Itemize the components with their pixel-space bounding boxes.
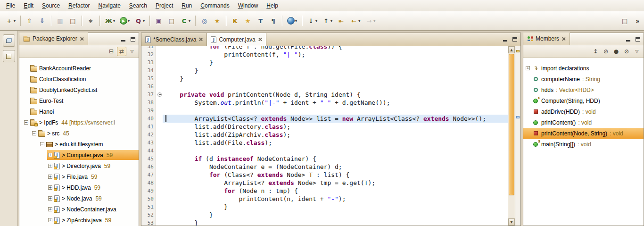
line-number[interactable]: 51 xyxy=(141,203,156,211)
code-line[interactable]: 39 xyxy=(141,107,508,115)
code-line[interactable]: 36 xyxy=(141,83,508,91)
line-number[interactable]: 47 xyxy=(141,171,156,179)
view-menu-icon[interactable]: ▽ xyxy=(127,47,137,56)
tree-item[interactable]: +J> Node.java59 xyxy=(19,193,139,204)
open-type-icon[interactable]: ◎ xyxy=(198,16,210,26)
menu-source[interactable]: Source xyxy=(38,0,64,11)
sort-icon[interactable]: ↕ xyxy=(591,47,600,56)
last-edit-location-icon[interactable]: ⇤ xyxy=(335,16,347,26)
svn-commit-icon[interactable]: ⇧ xyxy=(24,16,35,26)
code-line[interactable]: 53 } xyxy=(141,219,508,226)
member-item[interactable]: smain(String[]) : void xyxy=(523,139,644,150)
minimize-button[interactable] xyxy=(624,35,632,43)
minimize-button[interactable] xyxy=(501,35,509,43)
code-text[interactable]: for (Node n : tmp) { xyxy=(163,187,508,195)
line-number[interactable]: 46 xyxy=(141,163,156,171)
code-line[interactable]: 51 } xyxy=(141,203,508,211)
line-number[interactable]: 44 xyxy=(141,147,156,155)
browser-icon[interactable]: ▾ xyxy=(285,16,299,26)
overview-marker[interactable] xyxy=(516,116,520,118)
line-number[interactable]: 37 xyxy=(141,91,156,99)
line-number[interactable]: 38 xyxy=(141,99,156,107)
code-text[interactable]: for (File f : hdd.get(File.class)) { xyxy=(163,46,508,50)
restore-view-button[interactable] xyxy=(3,34,15,47)
editor-tab[interactable]: J*SomeClass.java xyxy=(141,33,207,46)
line-number[interactable]: 35 xyxy=(141,75,156,83)
code-text[interactable]: System.out.println("|-" + ident + " " + … xyxy=(163,99,508,107)
format-icon[interactable]: T xyxy=(255,16,266,26)
code-text[interactable]: if (d instanceof NodeContainer) { xyxy=(163,155,508,163)
run-icon[interactable]: ▶▾ xyxy=(118,16,132,26)
code-text[interactable]: ArrayList<? extends Node> tmp = e.get(T)… xyxy=(163,179,508,187)
hide-fields-icon[interactable]: ⊘ xyxy=(601,47,611,56)
new-project-icon[interactable]: ▣ xyxy=(153,16,165,26)
member-item[interactable]: hdds : Vector<HDD> xyxy=(523,84,644,95)
code-line[interactable]: 32 printContent(f, "|-"); xyxy=(141,50,508,59)
close-view-icon[interactable] xyxy=(561,37,566,41)
member-item[interactable]: printContent() : void xyxy=(523,117,644,128)
tree-item[interactable]: +J> NodeContainer.java xyxy=(19,204,139,215)
previous-annotation-icon[interactable]: ↑▾ xyxy=(320,16,334,26)
expand-icon[interactable]: + xyxy=(48,185,52,190)
line-number[interactable]: 33 xyxy=(141,59,156,67)
code-text[interactable] xyxy=(163,107,508,115)
member-item[interactable]: cComputer(String, HDD) xyxy=(523,95,644,106)
tree-item[interactable]: +J> ZipArchiv.java59 xyxy=(19,215,139,226)
member-item[interactable]: addDrive(HDD) : void xyxy=(523,106,644,117)
expand-icon[interactable]: + xyxy=(48,207,52,211)
code-line[interactable]: 48 ArrayList<? extends Node> tmp = e.get… xyxy=(141,179,508,187)
code-line[interactable]: 46 NodeContainer e = (NodeContainer) d; xyxy=(141,163,508,171)
code-text[interactable]: list.add(ZipArchiv.class); xyxy=(163,131,508,139)
code-text[interactable]: } xyxy=(163,203,508,211)
line-number[interactable]: 36 xyxy=(141,83,156,91)
line-number[interactable]: 49 xyxy=(141,187,156,195)
menu-project[interactable]: Project xyxy=(151,0,177,11)
svn-update-icon[interactable]: ⇩ xyxy=(36,16,48,26)
code-line[interactable]: 40 ArrayList<Class<? extends Node>> list… xyxy=(141,115,508,123)
menu-file[interactable]: File xyxy=(2,0,19,11)
hide-static-icon[interactable]: ● xyxy=(611,47,621,56)
menu-run[interactable]: Run xyxy=(177,0,196,11)
code-line[interactable]: 49 for (Node n : tmp) { xyxy=(141,187,508,195)
member-item[interactable]: computerName : String xyxy=(523,74,644,84)
dropdown-arrow-icon[interactable]: ▾ xyxy=(330,19,332,23)
members-tab[interactable]: Members xyxy=(523,33,570,45)
package-explorer-tab[interactable]: Package Explorer xyxy=(19,33,88,45)
key-icon[interactable]: K xyxy=(229,16,241,26)
toolbar-overflow-chevron[interactable]: » xyxy=(634,17,641,25)
build-all-icon[interactable]: ∗ xyxy=(85,16,97,26)
dropdown-arrow-icon[interactable]: ▾ xyxy=(14,19,16,23)
tree-item[interactable]: DoublyLinkedCyclicList xyxy=(19,84,139,95)
tree-item[interactable]: Euro-Test xyxy=(19,95,139,106)
menu-refactor[interactable]: Refactor xyxy=(64,0,94,11)
code-text[interactable]: NodeContainer e = (NodeContainer) d; xyxy=(163,163,508,171)
collapse-all-icon[interactable]: ⊟ xyxy=(107,47,116,56)
perspective-icon[interactable]: ▤ xyxy=(619,16,631,26)
overview-ruler[interactable] xyxy=(515,46,520,226)
line-number[interactable]: 32 xyxy=(141,50,156,59)
tree-item[interactable]: BankAccountReader xyxy=(19,63,139,74)
fast-view-button[interactable] xyxy=(3,50,15,62)
minimize-button[interactable] xyxy=(119,35,127,43)
menu-window[interactable]: Window xyxy=(234,0,263,11)
tree-item[interactable]: ColorClassification xyxy=(19,74,139,84)
tree-item[interactable]: +J> Computer.java59 xyxy=(19,150,139,160)
code-text[interactable]: ArrayList<Class<? extends Node>> list = … xyxy=(163,115,508,123)
close-view-icon[interactable] xyxy=(80,37,84,41)
code-text[interactable]: } xyxy=(163,75,508,83)
tree-item[interactable]: −> edu.kit.filesystem xyxy=(19,139,139,150)
code-line[interactable]: 43 list.add(File.class); xyxy=(141,139,508,147)
dropdown-arrow-icon[interactable]: ▾ xyxy=(373,19,375,23)
editor-tab[interactable]: JComputer.java xyxy=(207,33,266,46)
code-text[interactable]: private void printContent(Node d, String… xyxy=(163,91,508,99)
code-line[interactable]: 41 list.add(Directory.class); xyxy=(141,123,508,131)
code-area[interactable]: 31 for (File f : hdd.get(File.class)) {3… xyxy=(141,46,508,226)
maximize-button[interactable] xyxy=(634,35,642,43)
maximize-button[interactable] xyxy=(511,35,519,43)
dropdown-arrow-icon[interactable]: ▾ xyxy=(189,19,190,23)
search-icon[interactable]: ★ xyxy=(211,16,223,26)
close-tab-icon[interactable] xyxy=(258,37,262,42)
tree-item[interactable]: +J> Directory.java59 xyxy=(19,160,139,171)
code-text[interactable] xyxy=(163,147,508,155)
print-icon[interactable]: ▤ xyxy=(67,16,79,26)
